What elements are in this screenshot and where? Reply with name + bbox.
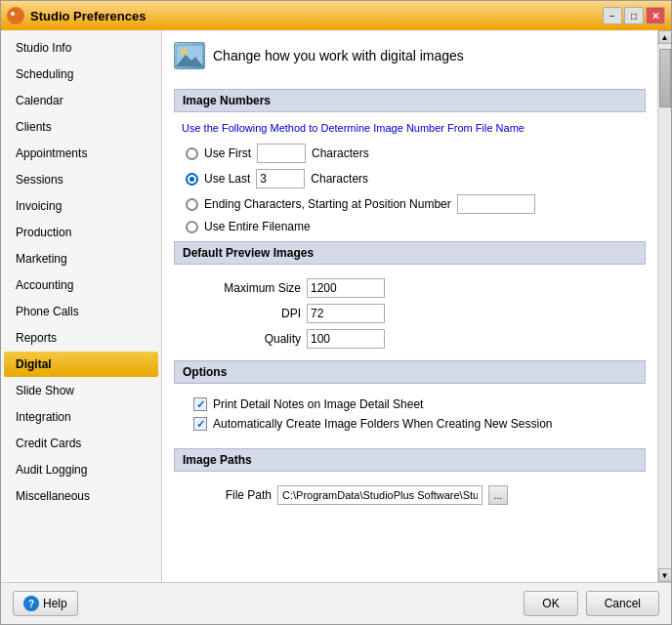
help-label: Help: [43, 597, 67, 610]
sidebar-item-invoicing[interactable]: Invoicing: [4, 193, 158, 219]
sidebar-item-appointments[interactable]: Appointments: [4, 141, 158, 166]
quality-input[interactable]: [307, 329, 385, 349]
minimize-button[interactable]: −: [603, 7, 622, 24]
maximize-button[interactable]: □: [624, 7, 644, 24]
sidebar-item-marketing[interactable]: Marketing: [4, 246, 158, 271]
content-area: Change how you work with digital images …: [162, 30, 657, 582]
quality-value-container: [307, 329, 424, 349]
preview-images-section-header: Default Preview Images: [174, 241, 646, 265]
help-icon: ?: [23, 596, 39, 611]
sidebar-item-reports[interactable]: Reports: [4, 325, 158, 351]
window-title: Studio Preferences: [30, 9, 597, 23]
max-size-label: Maximum Size: [193, 281, 301, 295]
content-header-title: Change how you work with digital images: [213, 48, 464, 63]
sidebar: Studio InfoSchedulingCalendarClientsAppo…: [1, 30, 162, 582]
options-section: Print Detail Notes on Image Detail Sheet…: [174, 394, 646, 440]
window-controls: − □ ✕: [603, 7, 665, 24]
help-button[interactable]: ? Help: [13, 591, 78, 616]
svg-point-5: [181, 49, 187, 55]
ok-button[interactable]: OK: [524, 591, 577, 616]
sidebar-item-studio-info[interactable]: Studio Info: [4, 35, 158, 61]
entire-filename-radio[interactable]: [186, 221, 198, 233]
use-last-radio-row: Use Last Characters: [186, 169, 634, 188]
image-numbers-description: Use the Following Method to Determine Im…: [174, 122, 646, 134]
title-bar: Studio Preferences − □ ✕: [1, 1, 671, 30]
sidebar-item-sessions[interactable]: Sessions: [4, 167, 158, 192]
main-content: Studio InfoSchedulingCalendarClientsAppo…: [1, 30, 671, 582]
sidebar-item-scheduling[interactable]: Scheduling: [4, 62, 158, 87]
file-path-input[interactable]: [277, 485, 483, 505]
browse-button[interactable]: ...: [488, 485, 508, 505]
scroll-up-button[interactable]: ▲: [658, 30, 672, 44]
svg-point-0: [7, 7, 24, 24]
image-numbers-section-header: Image Numbers: [174, 89, 646, 112]
scroll-thumb[interactable]: [659, 49, 671, 107]
window-icon: [7, 7, 24, 24]
use-first-input[interactable]: [257, 144, 306, 163]
sidebar-item-phone-calls[interactable]: Phone Calls: [4, 299, 158, 324]
checkbox-row-1: Print Detail Notes on Image Detail Sheet: [193, 397, 626, 411]
quality-label: Quality: [193, 332, 301, 346]
dpi-input[interactable]: [307, 304, 385, 323]
sidebar-item-digital[interactable]: Digital: [4, 352, 158, 377]
scroll-track[interactable]: [658, 44, 671, 568]
characters-label-1: Characters: [312, 146, 369, 160]
sidebar-item-clients[interactable]: Clients: [4, 114, 158, 140]
sidebar-item-accounting[interactable]: Accounting: [4, 272, 158, 298]
close-button[interactable]: ✕: [646, 7, 665, 24]
max-size-input[interactable]: [307, 278, 385, 298]
dpi-value-container: [307, 304, 424, 323]
auto-create-folders-label: Automatically Create Image Folders When …: [213, 417, 552, 431]
ending-chars-radio[interactable]: [186, 198, 198, 211]
max-size-value-container: [307, 278, 424, 298]
content-scroll: Change how you work with digital images …: [162, 30, 657, 582]
sidebar-item-production[interactable]: Production: [4, 220, 158, 245]
digital-image-icon: [174, 42, 205, 69]
sidebar-item-credit-cards[interactable]: Credit Cards: [4, 431, 158, 456]
sidebar-item-miscellaneous[interactable]: Miscellaneous: [4, 483, 158, 509]
sidebar-item-slide-show[interactable]: Slide Show: [4, 378, 158, 403]
auto-create-folders-checkbox[interactable]: [193, 417, 207, 431]
image-paths-section-header: Image Paths: [174, 448, 646, 472]
content-with-scroll: Change how you work with digital images …: [162, 30, 671, 582]
ending-chars-input[interactable]: [457, 194, 535, 214]
image-number-radio-group: Use First Characters Use Last Characters: [174, 144, 646, 233]
sidebar-item-audit-logging[interactable]: Audit Logging: [4, 457, 158, 482]
image-paths-row: File Path ...: [174, 481, 646, 509]
sidebar-item-calendar[interactable]: Calendar: [4, 88, 158, 113]
use-last-input[interactable]: [256, 169, 305, 188]
print-detail-label: Print Detail Notes on Image Detail Sheet: [213, 397, 423, 411]
cancel-button[interactable]: Cancel: [586, 591, 659, 616]
svg-point-1: [11, 12, 15, 16]
ending-chars-label: Ending Characters, Starting at Position …: [204, 197, 451, 211]
bottom-bar: ? Help OK Cancel: [1, 582, 671, 624]
entire-filename-radio-row: Use Entire Filename: [186, 220, 634, 233]
dpi-label: DPI: [193, 307, 301, 320]
use-last-label: Use Last: [204, 172, 250, 186]
print-detail-checkbox[interactable]: [193, 397, 207, 411]
preview-form-grid: Maximum Size DPI Quality: [174, 274, 646, 353]
use-last-radio[interactable]: [186, 173, 198, 186]
vertical-scrollbar[interactable]: ▲ ▼: [657, 30, 671, 582]
use-first-label: Use First: [204, 146, 251, 160]
use-first-radio[interactable]: [186, 147, 198, 160]
scroll-down-button[interactable]: ▼: [658, 568, 672, 582]
entire-filename-label: Use Entire Filename: [204, 220, 311, 233]
file-path-label: File Path: [193, 488, 272, 502]
ending-chars-radio-row: Ending Characters, Starting at Position …: [186, 194, 634, 214]
characters-label-2: Characters: [311, 172, 368, 186]
sidebar-item-integration[interactable]: Integration: [4, 404, 158, 430]
checkbox-row-2: Automatically Create Image Folders When …: [193, 417, 626, 431]
content-header: Change how you work with digital images: [174, 42, 646, 77]
main-window: Studio Preferences − □ ✕ Studio InfoSche…: [0, 0, 672, 625]
options-section-header: Options: [174, 360, 646, 384]
use-first-radio-row: Use First Characters: [186, 144, 634, 163]
